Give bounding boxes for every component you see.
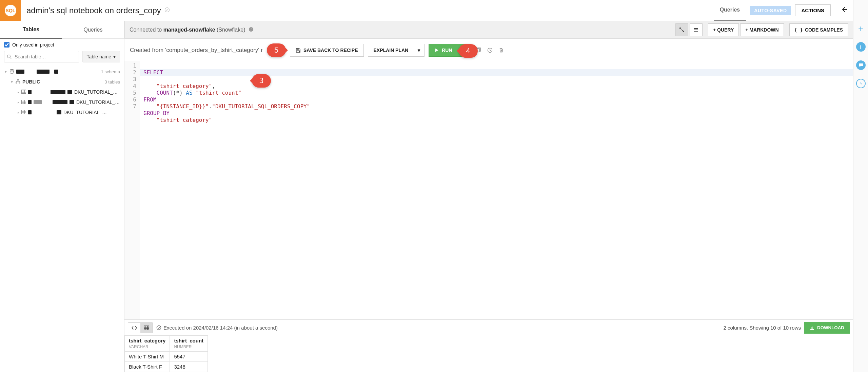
execution-status: Executed on 2024/02/16 14:24 (in about a… [156, 325, 278, 331]
rail-history-icon[interactable] [856, 79, 866, 88]
svg-rect-4 [16, 82, 17, 83]
left-tab-queries[interactable]: Queries [62, 21, 124, 39]
schema-node[interactable]: ▼ PUBLIC 3 tables [4, 77, 120, 87]
sort-select[interactable]: Table name ▾ [82, 51, 120, 62]
svg-rect-13 [144, 326, 149, 330]
back-arrow-icon[interactable] [835, 6, 853, 15]
col-header[interactable]: tshirt_countNUMBER [170, 336, 208, 352]
connection-text: Connected to managed-snowflake (Snowflak… [130, 27, 245, 33]
topbar: SQL admin's sql notebook on orders_copy … [0, 0, 853, 21]
history-icon[interactable] [486, 46, 494, 54]
tab-queries[interactable]: Queries [714, 0, 746, 21]
results-bar: Executed on 2024/02/16 14:24 (in about a… [124, 320, 853, 335]
view-code-toggle[interactable] [128, 323, 140, 333]
code-samples-button[interactable]: { }CODE SAMPLES [789, 23, 848, 36]
connection-bar: Connected to managed-snowflake (Snowflak… [124, 21, 853, 39]
table-icon [21, 110, 26, 115]
table-row[interactable]: ▸ DKU_TUTORIAL_… [4, 87, 120, 97]
table-row[interactable]: Black T-Shirt F3248 [125, 362, 208, 372]
autosaved-badge: AUTO-SAVED [750, 6, 791, 15]
notebook-title: admin's sql notebook on orders_copy [26, 6, 161, 15]
search-icon [7, 54, 12, 59]
svg-rect-3 [17, 79, 19, 80]
add-markdown-button[interactable]: + MARKDOWN [740, 23, 784, 36]
explain-plan-button[interactable]: EXPLAIN PLAN [368, 44, 414, 57]
svg-point-0 [165, 8, 169, 12]
save-back-button[interactable]: SAVE BACK TO RECIPE [290, 44, 364, 57]
caret-down-icon: ▼ [10, 80, 14, 84]
sql-editor: 1234567 SELECT "tshirt_category", COUNT(… [124, 61, 853, 320]
svg-rect-8 [22, 110, 26, 114]
database-node[interactable]: ▼ 1 schema [4, 67, 120, 77]
save-icon [296, 48, 301, 53]
logo[interactable]: SQL [0, 0, 21, 21]
results-summary: 2 columns. Showing 10 of 10 rows [724, 325, 801, 331]
table-row[interactable]: ▸ DKU_TUTORIAL_… [4, 97, 120, 107]
title-status-icon [164, 7, 170, 14]
caret-right-icon: ▸ [18, 90, 19, 94]
play-icon [434, 48, 439, 53]
search-input[interactable] [4, 51, 79, 62]
caret-right-icon: ▸ [18, 111, 19, 114]
add-query-button[interactable]: + QUERY [708, 23, 739, 36]
chevron-down-icon: ▾ [113, 54, 116, 59]
schema-icon [16, 79, 20, 85]
callout-3: 3 [252, 74, 271, 88]
callout-5: 5 [267, 43, 286, 57]
view-table-toggle[interactable] [140, 323, 153, 333]
results-table-wrap: tshirt_categoryVARCHAR tshirt_countNUMBE… [124, 335, 853, 372]
svg-rect-5 [19, 82, 20, 83]
col-header[interactable]: tshirt_categoryVARCHAR [125, 336, 170, 352]
results-table: tshirt_categoryVARCHAR tshirt_countNUMBE… [124, 335, 208, 372]
svg-rect-7 [22, 100, 26, 104]
trash-icon[interactable] [498, 46, 505, 54]
rail-chat-icon[interactable] [856, 60, 866, 70]
actions-button[interactable]: ACTIONS [795, 4, 831, 16]
check-circle-icon [156, 325, 161, 330]
callout-4: 4 [459, 44, 478, 58]
table-row[interactable]: ▸ DKU_TUTORIAL_… [4, 107, 120, 117]
download-icon [810, 326, 814, 330]
created-from-text: Created from 'compute_orders_by_tshirt_c… [130, 47, 263, 54]
only-project-checkbox[interactable] [4, 42, 9, 48]
table-icon [21, 99, 26, 105]
right-rail: + i [853, 0, 868, 372]
database-icon [9, 69, 14, 75]
explain-plan-dropdown[interactable]: ▾ [414, 44, 425, 57]
table-row[interactable]: White T-Shirt M5547 [125, 352, 208, 362]
menu-icon[interactable] [690, 23, 703, 36]
rail-add-icon[interactable]: + [856, 24, 866, 33]
svg-point-1 [7, 55, 11, 58]
caret-right-icon: ▸ [18, 100, 19, 104]
rail-info-icon[interactable]: i [856, 42, 866, 52]
run-dropdown[interactable]: 4 [458, 44, 471, 57]
table-icon [21, 89, 26, 95]
expand-icon[interactable] [675, 23, 688, 36]
code-area[interactable]: SELECT "tshirt_category", COUNT(*) AS "t… [140, 61, 853, 319]
only-project-label: Only used in project [12, 42, 54, 48]
svg-point-2 [10, 69, 14, 70]
svg-rect-6 [22, 90, 26, 94]
editor-toolbar: Created from 'compute_orders_by_tshirt_c… [124, 39, 853, 61]
line-gutter: 1234567 [124, 61, 140, 319]
left-panel: Tables Queries Only used in project Tabl… [0, 21, 124, 372]
left-tab-tables[interactable]: Tables [0, 21, 62, 39]
svg-text:i: i [251, 27, 252, 31]
download-button[interactable]: DOWNLOAD [804, 322, 850, 334]
caret-down-icon: ▼ [4, 70, 7, 74]
info-icon[interactable]: i [249, 27, 254, 33]
